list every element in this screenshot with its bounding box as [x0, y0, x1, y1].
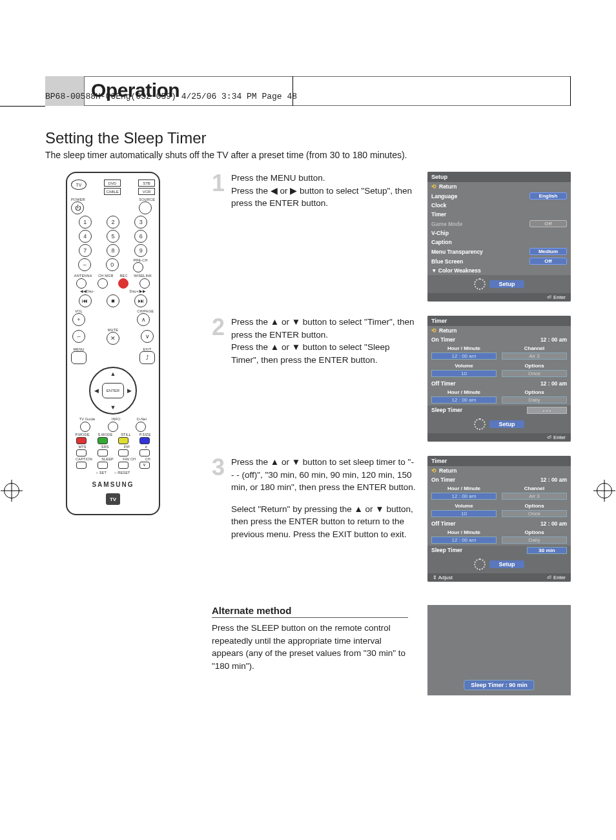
vcr-button: VCR [138, 188, 155, 195]
step-3-text: Press the ▲ or ▼ button to set sleep tim… [231, 456, 416, 540]
alternate-method-text: Press the SLEEP button on the remote con… [212, 622, 408, 672]
osd-title: Setup [427, 172, 571, 182]
mute-label: MUTE [107, 328, 119, 332]
print-header: BP68-00588H-00Eng(032~059) 4/25/06 3:34 … [45, 92, 297, 101]
crop-mark [0, 106, 45, 107]
favch-label: FAV.CH [123, 457, 136, 461]
caption-label: CAPTION [76, 457, 92, 461]
psize-label: P.SIZE [139, 433, 151, 436]
section-title-box: Operation [84, 76, 571, 106]
alternate-method-title: Alternate method [212, 605, 408, 618]
registration-mark [597, 483, 612, 498]
tvguide-label: TV Guide [79, 417, 96, 421]
source-button [139, 201, 152, 214]
osd-setup-menu: Setup Return LanguageEnglish Clock Timer… [427, 172, 571, 302]
registration-mark [4, 483, 19, 498]
brand-logo: SAMSUNG [71, 481, 155, 488]
ch-label: CH [145, 457, 150, 461]
adjust-hint: ⇕ Adjust [433, 575, 453, 580]
page-subtitle: Setting the Sleep Timer [45, 129, 571, 147]
tvguide-logo: TV [106, 493, 120, 505]
menu-label: MENU [71, 347, 87, 351]
day-minus-label: ◀◀Day- [80, 289, 95, 293]
exit-label: EXIT [139, 347, 155, 351]
gear-icon [474, 558, 486, 570]
tv-mode-button: TV [71, 179, 87, 190]
step-number-3: 3 [212, 456, 225, 540]
intro-text: The sleep timer automatically shuts off … [45, 150, 571, 160]
gear-icon [474, 418, 486, 430]
crop-mark [570, 76, 571, 106]
step-number-2: 2 [212, 316, 225, 366]
prech-label: PRE-CH [133, 258, 147, 262]
dpad: ▲ ▼ ◀ ▶ ENTER [89, 367, 137, 415]
info-label: INFO [112, 417, 121, 421]
chmgr-label: CH MGR [98, 274, 114, 278]
remote-illustration: TV DVD CABLE STB VCR POWER ⏻ [45, 172, 181, 695]
enter-button: ENTER [102, 383, 124, 398]
return-item: Return [431, 183, 567, 190]
osd-sleep-overlay: Sleep Timer : 90 min [427, 605, 571, 695]
step-number-1: 1 [212, 172, 225, 210]
mts-label: MTS [79, 445, 87, 449]
sleep-timer-pill: Sleep Timer : 90 min [464, 680, 534, 690]
wiselink-label: WISELINK [134, 274, 152, 278]
dnet-label: D-Net [137, 417, 147, 421]
step-1-text: Press the MENU button. Press the ◀ or ▶ … [231, 172, 416, 210]
dvd-button: DVD [104, 179, 121, 187]
osd-timer-menu: Timer Return On Timer12 : 00 am Hour / M… [427, 316, 571, 442]
vol-label: VOL [72, 309, 85, 313]
chpage-label: CH/PAGE [137, 309, 154, 313]
pmode-label: P.MODE [75, 433, 89, 436]
gear-icon [474, 278, 486, 290]
day-plus-label: Day+/▶▶ [130, 289, 147, 293]
still-label: STILL [121, 433, 131, 436]
enter-hint: Enter [547, 294, 566, 300]
pip-label: PIP [124, 445, 130, 449]
source-label: SOURCE [139, 198, 155, 201]
power-button: ⏻ [71, 201, 84, 214]
stb-button: STB [138, 179, 155, 187]
section-accent-bar [45, 76, 84, 106]
antenna-label: ANTENNA [74, 274, 92, 278]
power-label: POWER [71, 198, 85, 201]
step-2-text: Press the ▲ or ▼ button to select "Timer… [231, 316, 416, 366]
smode-label: S.MODE [98, 433, 112, 436]
sleep-label: SLEEP [101, 457, 114, 461]
srs-label: SRS [101, 445, 109, 449]
crop-mark [293, 76, 293, 106]
osd-timer-menu-selected: Timer Return On Timer12 : 00 am Hour / M… [427, 456, 571, 582]
rec-label: REC [119, 274, 127, 278]
cable-button: CABLE [104, 188, 121, 195]
